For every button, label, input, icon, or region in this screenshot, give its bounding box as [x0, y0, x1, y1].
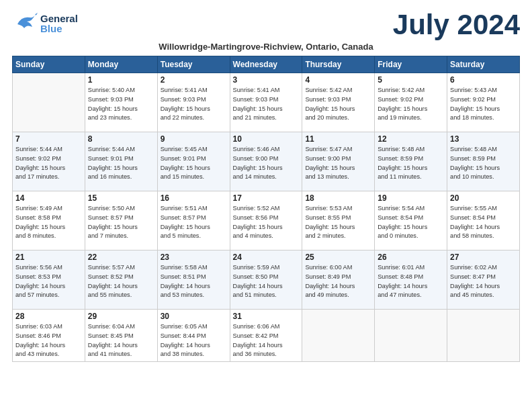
table-row: 19Sunrise: 5:54 AM Sunset: 8:54 PM Dayli…: [375, 191, 447, 250]
col-tuesday: Tuesday: [157, 56, 230, 73]
table-row: [13, 73, 85, 132]
table-row: 9Sunrise: 5:45 AM Sunset: 9:01 PM Daylig…: [157, 132, 230, 191]
logo-blue-text: Blue: [40, 24, 78, 34]
table-row: 26Sunrise: 6:01 AM Sunset: 8:48 PM Dayli…: [375, 250, 447, 310]
day-info: Sunrise: 5:52 AM Sunset: 8:56 PM Dayligh…: [233, 204, 300, 241]
table-row: 14Sunrise: 5:49 AM Sunset: 8:58 PM Dayli…: [13, 191, 85, 250]
table-row: 17Sunrise: 5:52 AM Sunset: 8:56 PM Dayli…: [230, 191, 302, 250]
day-number: 19: [378, 193, 444, 203]
day-number: 24: [233, 253, 300, 262]
table-row: 22Sunrise: 5:57 AM Sunset: 8:52 PM Dayli…: [85, 250, 157, 310]
day-info: Sunrise: 5:50 AM Sunset: 8:57 PM Dayligh…: [88, 204, 154, 241]
day-number: 1: [88, 75, 154, 85]
day-number: 29: [88, 312, 154, 321]
calendar-week-row: 7Sunrise: 5:44 AM Sunset: 9:02 PM Daylig…: [13, 132, 520, 191]
table-row: 4Sunrise: 5:42 AM Sunset: 9:03 PM Daylig…: [302, 73, 375, 132]
day-info: Sunrise: 5:55 AM Sunset: 8:54 PM Dayligh…: [450, 204, 517, 241]
day-info: Sunrise: 5:45 AM Sunset: 9:01 PM Dayligh…: [161, 145, 227, 182]
col-monday: Monday: [85, 56, 157, 73]
day-number: 9: [161, 134, 227, 144]
day-info: Sunrise: 5:49 AM Sunset: 8:58 PM Dayligh…: [15, 204, 82, 241]
table-row: 25Sunrise: 6:00 AM Sunset: 8:49 PM Dayli…: [302, 250, 375, 310]
day-number: 28: [15, 312, 82, 321]
day-number: 17: [233, 193, 300, 203]
day-number: 18: [305, 193, 371, 203]
table-row: 2Sunrise: 5:41 AM Sunset: 9:03 PM Daylig…: [157, 73, 230, 132]
table-row: 6Sunrise: 5:43 AM Sunset: 9:02 PM Daylig…: [447, 73, 520, 132]
day-info: Sunrise: 6:05 AM Sunset: 8:44 PM Dayligh…: [161, 322, 227, 359]
col-friday: Friday: [375, 56, 447, 73]
day-number: 16: [161, 193, 227, 203]
table-row: 1Sunrise: 5:40 AM Sunset: 9:03 PM Daylig…: [85, 73, 157, 132]
day-number: 6: [450, 75, 517, 85]
table-row: 29Sunrise: 6:04 AM Sunset: 8:45 PM Dayli…: [85, 310, 157, 362]
table-row: 8Sunrise: 5:44 AM Sunset: 9:01 PM Daylig…: [85, 132, 157, 191]
day-info: Sunrise: 5:46 AM Sunset: 9:00 PM Dayligh…: [233, 145, 300, 182]
logo-name: General Blue: [40, 13, 78, 34]
table-row: [375, 310, 447, 362]
logo: General Blue: [12, 11, 78, 36]
table-row: 12Sunrise: 5:48 AM Sunset: 8:59 PM Dayli…: [375, 132, 447, 191]
day-info: Sunrise: 5:53 AM Sunset: 8:55 PM Dayligh…: [305, 204, 371, 241]
day-number: 30: [161, 312, 227, 321]
calendar-week-row: 21Sunrise: 5:56 AM Sunset: 8:53 PM Dayli…: [13, 250, 520, 310]
day-info: Sunrise: 5:41 AM Sunset: 9:03 PM Dayligh…: [233, 86, 300, 123]
day-info: Sunrise: 5:40 AM Sunset: 9:03 PM Dayligh…: [88, 86, 154, 123]
day-info: Sunrise: 5:57 AM Sunset: 8:52 PM Dayligh…: [88, 263, 154, 300]
table-row: [302, 310, 375, 362]
day-number: 10: [233, 134, 300, 144]
day-info: Sunrise: 5:48 AM Sunset: 8:59 PM Dayligh…: [450, 145, 517, 182]
day-number: 14: [15, 193, 82, 203]
logo-icon: [12, 11, 38, 36]
calendar: Sunday Monday Tuesday Wednesday Thursday…: [12, 56, 520, 362]
day-info: Sunrise: 5:42 AM Sunset: 9:02 PM Dayligh…: [378, 86, 444, 123]
day-number: 25: [305, 253, 371, 262]
day-info: Sunrise: 5:44 AM Sunset: 9:01 PM Dayligh…: [88, 145, 154, 182]
col-saturday: Saturday: [447, 56, 520, 73]
logo-general-text: General: [40, 13, 78, 24]
table-row: 31Sunrise: 6:06 AM Sunset: 8:42 PM Dayli…: [230, 310, 302, 362]
table-row: 28Sunrise: 6:03 AM Sunset: 8:46 PM Dayli…: [13, 310, 85, 362]
day-number: 11: [305, 134, 371, 144]
header: General Blue July 2024: [12, 11, 520, 39]
day-number: 22: [88, 253, 154, 262]
day-info: Sunrise: 5:44 AM Sunset: 9:02 PM Dayligh…: [15, 145, 82, 182]
table-row: 21Sunrise: 5:56 AM Sunset: 8:53 PM Dayli…: [13, 250, 85, 310]
day-info: Sunrise: 6:02 AM Sunset: 8:47 PM Dayligh…: [450, 263, 517, 300]
day-number: 23: [161, 253, 227, 262]
day-number: 3: [233, 75, 300, 85]
day-number: 31: [233, 312, 300, 321]
day-number: 8: [88, 134, 154, 144]
table-row: [447, 310, 520, 362]
table-row: 30Sunrise: 6:05 AM Sunset: 8:44 PM Dayli…: [157, 310, 230, 362]
table-row: 10Sunrise: 5:46 AM Sunset: 9:00 PM Dayli…: [230, 132, 302, 191]
calendar-week-row: 14Sunrise: 5:49 AM Sunset: 8:58 PM Dayli…: [13, 191, 520, 250]
table-row: 15Sunrise: 5:50 AM Sunset: 8:57 PM Dayli…: [85, 191, 157, 250]
col-thursday: Thursday: [302, 56, 375, 73]
day-info: Sunrise: 5:54 AM Sunset: 8:54 PM Dayligh…: [378, 204, 444, 241]
table-row: 18Sunrise: 5:53 AM Sunset: 8:55 PM Dayli…: [302, 191, 375, 250]
day-number: 4: [305, 75, 371, 85]
table-row: 24Sunrise: 5:59 AM Sunset: 8:50 PM Dayli…: [230, 250, 302, 310]
day-number: 21: [15, 253, 82, 262]
day-number: 13: [450, 134, 517, 144]
table-row: 13Sunrise: 5:48 AM Sunset: 8:59 PM Dayli…: [447, 132, 520, 191]
table-row: 3Sunrise: 5:41 AM Sunset: 9:03 PM Daylig…: [230, 73, 302, 132]
day-info: Sunrise: 6:01 AM Sunset: 8:48 PM Dayligh…: [378, 263, 444, 300]
day-number: 5: [378, 75, 444, 85]
table-row: 20Sunrise: 5:55 AM Sunset: 8:54 PM Dayli…: [447, 191, 520, 250]
day-info: Sunrise: 5:48 AM Sunset: 8:59 PM Dayligh…: [378, 145, 444, 182]
table-row: 23Sunrise: 5:58 AM Sunset: 8:51 PM Dayli…: [157, 250, 230, 310]
table-row: 7Sunrise: 5:44 AM Sunset: 9:02 PM Daylig…: [13, 132, 85, 191]
day-info: Sunrise: 5:58 AM Sunset: 8:51 PM Dayligh…: [161, 263, 227, 300]
day-number: 26: [378, 253, 444, 262]
day-info: Sunrise: 6:00 AM Sunset: 8:49 PM Dayligh…: [305, 263, 371, 300]
table-row: 16Sunrise: 5:51 AM Sunset: 8:57 PM Dayli…: [157, 191, 230, 250]
subtitle: Willowridge-Martingrove-Richview, Ontari…: [12, 42, 520, 52]
day-number: 12: [378, 134, 444, 144]
day-number: 20: [450, 193, 517, 203]
day-number: 2: [161, 75, 227, 85]
day-info: Sunrise: 5:43 AM Sunset: 9:02 PM Dayligh…: [450, 86, 517, 123]
calendar-header-row: Sunday Monday Tuesday Wednesday Thursday…: [13, 56, 520, 73]
table-row: 5Sunrise: 5:42 AM Sunset: 9:02 PM Daylig…: [375, 73, 447, 132]
